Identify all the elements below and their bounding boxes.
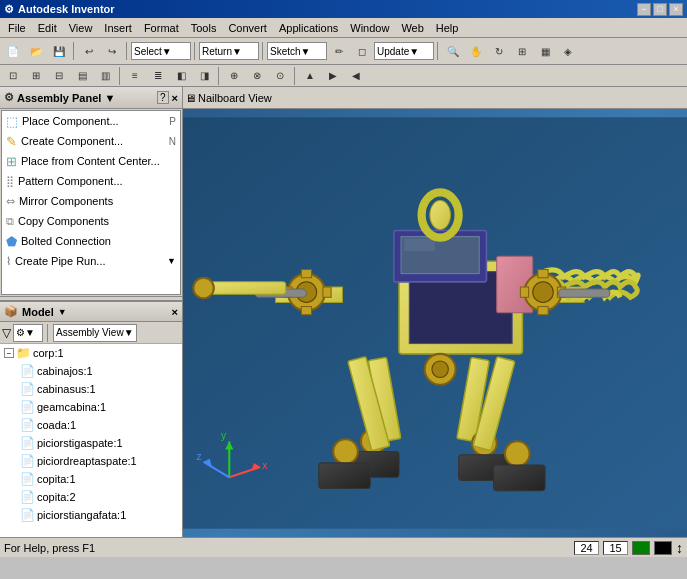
menu-convert[interactable]: Convert xyxy=(222,20,273,36)
assembly-item-copy[interactable]: ⧉ Copy Components xyxy=(2,211,180,231)
tree-item-cabinajos[interactable]: 📄 cabinajos:1 xyxy=(0,362,182,380)
model-panel-header: 📦 Model ▼ × xyxy=(0,302,182,322)
menu-applications[interactable]: Applications xyxy=(273,20,344,36)
tb2-10[interactable]: ⊕ xyxy=(223,66,245,86)
assembly-item-bolted[interactable]: ⬟ Bolted Connection xyxy=(2,231,180,251)
view-combo[interactable]: ⚙▼ xyxy=(13,324,43,342)
tb2-7[interactable]: ≣ xyxy=(147,66,169,86)
tb-sk2[interactable]: ◻ xyxy=(351,41,373,61)
tb2-8[interactable]: ◧ xyxy=(170,66,192,86)
tree-item-copita1[interactable]: 📄 copita:1 xyxy=(0,470,182,488)
assembly-item-mirror[interactable]: ⇔ Mirror Components xyxy=(2,191,180,211)
tb2-15[interactable]: ◀ xyxy=(345,66,367,86)
tb2-4[interactable]: ▤ xyxy=(71,66,93,86)
bolt-icon: ⬟ xyxy=(6,234,17,249)
menu-window[interactable]: Window xyxy=(344,20,395,36)
tb2-9[interactable]: ◨ xyxy=(193,66,215,86)
minimize-button[interactable]: − xyxy=(637,3,651,16)
tb2-11[interactable]: ⊗ xyxy=(246,66,268,86)
assembly-panel-arrow[interactable]: ▼ xyxy=(104,92,115,104)
model-panel-close[interactable]: × xyxy=(172,306,178,318)
menu-help[interactable]: Help xyxy=(430,20,465,36)
tb-fit[interactable]: ⊞ xyxy=(511,41,533,61)
viewport-icon: 🖥 xyxy=(185,92,196,104)
return-combo[interactable]: Return▼ xyxy=(199,42,259,60)
sep2 xyxy=(126,42,128,60)
tb-redo[interactable]: ↪ xyxy=(101,41,123,61)
pattern-icon: ⣿ xyxy=(6,175,14,188)
help-text: For Help, press F1 xyxy=(4,542,574,554)
menu-format[interactable]: Format xyxy=(138,20,185,36)
assembly-item-pattern[interactable]: ⣿ Pattern Component... xyxy=(2,171,180,191)
close-button[interactable]: × xyxy=(669,3,683,16)
tree-item-coada[interactable]: 📄 coada:1 xyxy=(0,416,182,434)
tree-item-piciorstiangaspate[interactable]: 📄 piciorstigaspate:1 xyxy=(0,434,182,452)
tb-view1[interactable]: ▦ xyxy=(534,41,556,61)
tree-item-corp[interactable]: − 📁 corp:1 xyxy=(0,344,182,362)
piciorstiangaspate-label: piciorstigaspate:1 xyxy=(37,437,123,449)
toolbar-row1: 📄 📂 💾 ↩ ↪ Select▼ Return▼ Sketch▼ ✏ ◻ Up… xyxy=(0,38,687,65)
tb2-2[interactable]: ⊞ xyxy=(25,66,47,86)
tree-item-piciorstiangafata[interactable]: 📄 piciorstiangafata:1 xyxy=(0,506,182,524)
menu-edit[interactable]: Edit xyxy=(32,20,63,36)
tb2-13[interactable]: ▲ xyxy=(299,66,321,86)
cabinajos-icon: 📄 xyxy=(20,364,35,378)
sketch-combo[interactable]: Sketch▼ xyxy=(267,42,327,60)
update-combo[interactable]: Update▼ xyxy=(374,42,434,60)
filter-icon[interactable]: ▽ xyxy=(2,326,11,340)
tb-sk1[interactable]: ✏ xyxy=(328,41,350,61)
create-component-icon: ✎ xyxy=(6,134,17,149)
tb2-3[interactable]: ⊟ xyxy=(48,66,70,86)
assembly-panel-close[interactable]: × xyxy=(172,92,178,104)
svg-point-40 xyxy=(193,278,214,299)
place-shortcut: P xyxy=(169,116,176,127)
piciorstiangafata-label: piciorstiangafata:1 xyxy=(37,509,126,521)
menu-insert[interactable]: Insert xyxy=(98,20,138,36)
copita2-icon: 📄 xyxy=(20,490,35,504)
tb2-14[interactable]: ▶ xyxy=(322,66,344,86)
svg-rect-39 xyxy=(204,282,286,294)
menu-file[interactable]: File xyxy=(2,20,32,36)
sep5 xyxy=(437,42,439,60)
tree-item-piciordreaptaspate[interactable]: 📄 piciordreaptaspate:1 xyxy=(0,452,182,470)
svg-rect-16 xyxy=(323,287,331,297)
piciordreaptaspate-icon: 📄 xyxy=(20,454,35,468)
svg-rect-5 xyxy=(404,239,435,251)
assembly-item-content[interactable]: ⊞ Place from Content Center... xyxy=(2,151,180,171)
tree-item-cabinasus[interactable]: 📄 cabinasus:1 xyxy=(0,380,182,398)
tb2-12[interactable]: ⊙ xyxy=(269,66,291,86)
tb-new[interactable]: 📄 xyxy=(2,41,24,61)
menu-view[interactable]: View xyxy=(63,20,99,36)
tb2-1[interactable]: ⊡ xyxy=(2,66,24,86)
menu-web[interactable]: Web xyxy=(395,20,429,36)
status-num2: 15 xyxy=(603,541,628,555)
tb-pan[interactable]: ✋ xyxy=(465,41,487,61)
tb-zoom[interactable]: 🔍 xyxy=(442,41,464,61)
svg-point-9 xyxy=(430,201,451,230)
maximize-button[interactable]: □ xyxy=(653,3,667,16)
assembly-panel-header: ⚙ Assembly Panel ▼ ? × xyxy=(0,87,182,109)
viewport-canvas[interactable]: x y z xyxy=(183,109,687,537)
assembly-item-pipe[interactable]: ⌇ Create Pipe Run... ▼ xyxy=(2,251,180,271)
app-title: Autodesk Inventor xyxy=(18,3,115,15)
tb-save[interactable]: 💾 xyxy=(48,41,70,61)
tb-undo[interactable]: ↩ xyxy=(78,41,100,61)
pipe-expand-icon: ▼ xyxy=(167,256,176,266)
assembly-panel-help[interactable]: ? xyxy=(157,91,169,104)
assembly-item-place[interactable]: ⬚ Place Component... P xyxy=(2,111,180,131)
tree-item-geamcabina[interactable]: 📄 geamcabina:1 xyxy=(0,398,182,416)
tree-expand-corp[interactable]: − xyxy=(4,348,14,358)
tb2-6[interactable]: ≡ xyxy=(124,66,146,86)
tree-item-copita2[interactable]: 📄 copita:2 xyxy=(0,488,182,506)
assembly-item-create[interactable]: ✎ Create Component... N xyxy=(2,131,180,151)
tb-rotate[interactable]: ↻ xyxy=(488,41,510,61)
tb-view2[interactable]: ◈ xyxy=(557,41,579,61)
model-panel-arrow[interactable]: ▼ xyxy=(58,307,67,317)
assembly-view-combo[interactable]: Assembly View▼ xyxy=(53,324,137,342)
sep7 xyxy=(218,67,220,85)
tb-open[interactable]: 📂 xyxy=(25,41,47,61)
select-combo[interactable]: Select▼ xyxy=(131,42,191,60)
viewport: 🖥 Nailboard View xyxy=(183,87,687,537)
menu-tools[interactable]: Tools xyxy=(185,20,223,36)
tb2-5[interactable]: ▥ xyxy=(94,66,116,86)
